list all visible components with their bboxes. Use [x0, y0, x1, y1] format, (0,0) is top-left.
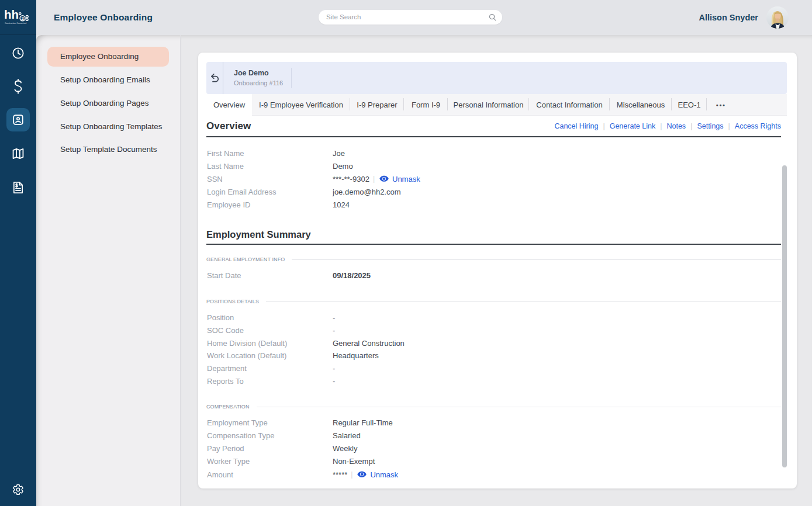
svg-text:2: 2 — [21, 16, 24, 21]
svg-text:Construction Connected: Construction Connected — [5, 22, 26, 25]
svg-text:hh: hh — [5, 8, 19, 21]
